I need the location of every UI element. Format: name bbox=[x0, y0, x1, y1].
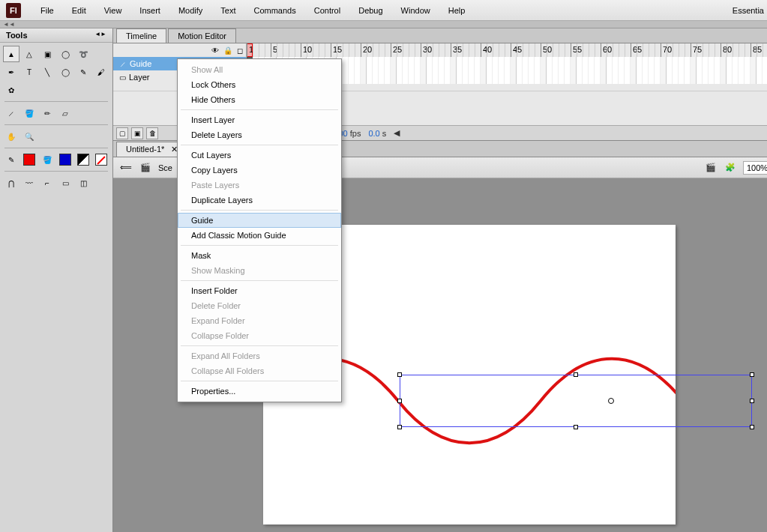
handle-bl[interactable] bbox=[397, 425, 402, 429]
menu-view[interactable]: View bbox=[95, 6, 131, 15]
context-menu-item[interactable]: Lock Others bbox=[178, 77, 341, 92]
eyedropper-tool[interactable]: ✏ bbox=[39, 105, 55, 121]
oval-icon: ◯ bbox=[61, 68, 70, 76]
bw-swatch[interactable] bbox=[75, 151, 91, 168]
tools-title: Tools bbox=[6, 31, 28, 40]
blue-swatch-icon bbox=[59, 154, 71, 166]
context-menu-item: Expand All Folders bbox=[178, 348, 341, 363]
snap-option[interactable]: ⋂ bbox=[3, 175, 19, 191]
selection-bounds[interactable] bbox=[400, 375, 752, 427]
context-menu-item[interactable]: Insert Folder bbox=[178, 283, 341, 298]
menu-insert[interactable]: Insert bbox=[130, 6, 169, 15]
context-menu-item[interactable]: Cut Layers bbox=[178, 148, 341, 163]
option-4[interactable]: ▭ bbox=[57, 175, 73, 191]
menu-modify[interactable]: Modify bbox=[169, 6, 211, 15]
transform-origin[interactable] bbox=[608, 398, 614, 404]
magnifier-icon: 🔍 bbox=[25, 133, 34, 141]
context-menu-item[interactable]: Delete Layers bbox=[178, 127, 341, 142]
context-menu-item[interactable]: Add Classic Motion Guide bbox=[178, 228, 341, 243]
context-menu-item: Delete Folder bbox=[178, 298, 341, 313]
straighten-option[interactable]: ⌐ bbox=[39, 175, 55, 191]
zoom-input[interactable] bbox=[743, 161, 767, 175]
bone-tool[interactable]: ⟋ bbox=[3, 105, 19, 121]
free-transform-tool[interactable]: ▣ bbox=[39, 46, 55, 62]
timeline-ruler[interactable]: 1510152025303540455055606570758085 bbox=[247, 43, 767, 57]
tab-timeline[interactable]: Timeline bbox=[116, 28, 166, 43]
context-menu-item[interactable]: Properties... bbox=[178, 384, 341, 399]
handle-tm[interactable] bbox=[574, 372, 578, 377]
tools-header[interactable]: Tools ◄► bbox=[0, 28, 112, 43]
magnet-icon: ⋂ bbox=[8, 179, 14, 187]
oval-tool[interactable]: ◯ bbox=[57, 64, 73, 80]
new-folder-button[interactable]: ▣ bbox=[131, 127, 143, 139]
context-menu-item[interactable]: Hide Others bbox=[178, 92, 341, 107]
pen-tool[interactable]: ✒ bbox=[3, 64, 19, 80]
smooth-option[interactable]: 〰 bbox=[21, 175, 37, 191]
edit-symbol-button[interactable]: 🧩 bbox=[724, 161, 737, 175]
outline-icon[interactable]: ◻ bbox=[237, 46, 243, 55]
edit-scene-button[interactable]: 🎬 bbox=[704, 161, 718, 175]
text-tool[interactable]: T bbox=[21, 64, 37, 80]
eraser-tool[interactable]: ▱ bbox=[57, 105, 73, 121]
hand-icon: ✋ bbox=[7, 133, 16, 141]
handle-ml[interactable] bbox=[397, 399, 402, 403]
eye-icon[interactable]: 👁 bbox=[211, 46, 219, 55]
workspace-picker[interactable]: Essentia bbox=[724, 6, 767, 15]
deco-icon: ✿ bbox=[8, 86, 14, 94]
eyedropper-icon: ✏ bbox=[44, 109, 50, 118]
handle-mr[interactable] bbox=[750, 399, 754, 403]
delete-layer-button[interactable]: 🗑 bbox=[146, 127, 158, 139]
fill-swatch[interactable] bbox=[57, 151, 73, 168]
app-logo: Fl bbox=[6, 3, 21, 18]
menu-window[interactable]: Window bbox=[392, 6, 439, 15]
deco-tool[interactable]: ✿ bbox=[3, 82, 19, 98]
3d-rotation-tool[interactable]: ◯ bbox=[57, 46, 73, 62]
zoom-tool[interactable]: 🔍 bbox=[21, 128, 37, 145]
new-layer-button[interactable]: ▢ bbox=[116, 127, 128, 139]
menu-control[interactable]: Control bbox=[305, 6, 349, 15]
back-button[interactable]: ⟸ bbox=[119, 161, 133, 175]
handle-br[interactable] bbox=[750, 425, 754, 429]
stroke-color[interactable]: ✎ bbox=[3, 151, 19, 168]
tab-motion-editor[interactable]: Motion Editor bbox=[168, 28, 236, 43]
layer-context-menu: Show AllLock OthersHide OthersInsert Lay… bbox=[177, 58, 342, 402]
arrow-outline-icon: △ bbox=[26, 50, 32, 58]
pencil-tool[interactable]: ✎ bbox=[75, 64, 91, 80]
collapse-strip[interactable]: ◄◄ bbox=[0, 21, 767, 28]
hand-tool[interactable]: ✋ bbox=[3, 128, 19, 145]
brush-tool[interactable]: 🖌 bbox=[93, 64, 109, 80]
menu-text[interactable]: Text bbox=[211, 6, 244, 15]
scene-icon: 🎬 bbox=[139, 161, 152, 175]
context-menu-item[interactable]: Copy Layers bbox=[178, 163, 341, 178]
lasso-icon: ➰ bbox=[79, 50, 88, 58]
collapse-icon: ◄► bbox=[94, 31, 106, 37]
paint-bucket-tool[interactable]: 🪣 bbox=[21, 105, 37, 121]
menu-debug[interactable]: Debug bbox=[349, 6, 391, 15]
context-menu-item[interactable]: Insert Layer bbox=[178, 112, 341, 127]
bone-icon: ⟋ bbox=[7, 109, 15, 118]
context-menu-item[interactable]: Guide bbox=[178, 213, 341, 228]
menu-commands[interactable]: Commands bbox=[244, 6, 304, 15]
fill-color[interactable]: 🪣 bbox=[39, 151, 55, 168]
none-swatch[interactable] bbox=[93, 151, 109, 168]
handle-bm[interactable] bbox=[574, 425, 578, 429]
menu-help[interactable]: Help bbox=[439, 6, 475, 15]
handle-tl[interactable] bbox=[397, 372, 402, 377]
scroll-left-icon[interactable]: ◀ bbox=[394, 128, 400, 138]
line-icon: ╲ bbox=[45, 68, 49, 76]
subselection-tool[interactable]: △ bbox=[21, 46, 37, 62]
menu-edit[interactable]: Edit bbox=[63, 6, 95, 15]
context-menu-item: Collapse All Folders bbox=[178, 363, 341, 378]
context-menu-item[interactable]: Mask bbox=[178, 248, 341, 263]
selection-tool[interactable]: ▲ bbox=[3, 46, 19, 62]
context-menu-item[interactable]: Duplicate Layers bbox=[178, 193, 341, 208]
lock-icon[interactable]: 🔒 bbox=[223, 46, 232, 55]
stroke-swatch[interactable] bbox=[21, 151, 37, 168]
handle-tr[interactable] bbox=[750, 372, 754, 377]
layer-type-icon: ⟋ bbox=[119, 60, 127, 68]
menu-file[interactable]: File bbox=[31, 6, 63, 15]
lasso-tool[interactable]: ➰ bbox=[75, 46, 91, 62]
transform-icon: ▣ bbox=[44, 50, 51, 58]
line-tool[interactable]: ╲ bbox=[39, 64, 55, 80]
option-5[interactable]: ◫ bbox=[75, 175, 91, 191]
